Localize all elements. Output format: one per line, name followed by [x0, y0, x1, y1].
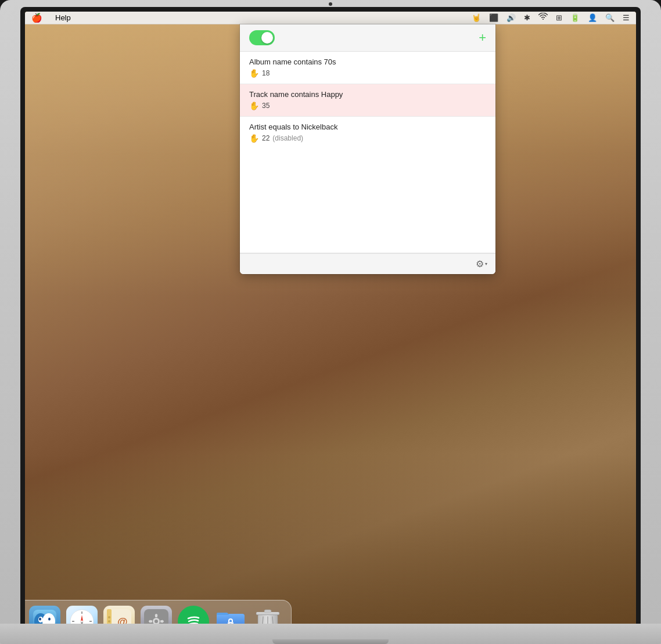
panel-header: + — [240, 24, 495, 52]
svg-point-3 — [39, 618, 41, 621]
macbook-frame: 🍎 Help 🤘 ⬛ 🔊 ✱ — [0, 0, 661, 644]
menubar: 🍎 Help 🤘 ⬛ 🔊 ✱ — [25, 12, 636, 24]
panel-empty-area — [240, 149, 495, 253]
rule-count-3: 22 — [262, 134, 270, 142]
svg-point-6 — [48, 618, 51, 621]
wifi-icon[interactable] — [537, 13, 549, 23]
rule-meta-3: ✋ 22 (disabled) — [249, 134, 486, 143]
screen-bezel: 🍎 Help 🤘 ⬛ 🔊 ✱ — [20, 7, 641, 644]
add-rule-button[interactable]: + — [479, 31, 486, 44]
enable-toggle[interactable] — [249, 30, 275, 45]
battery-icon[interactable]: 🔋 — [569, 13, 581, 22]
apple-menu[interactable]: 🍎 — [30, 13, 44, 23]
rule-item-1[interactable]: Album name contains 70s ✋ 18 — [240, 52, 495, 84]
rules-list: Album name contains 70s ✋ 18 Track name … — [240, 52, 495, 149]
rule-item-3[interactable]: Artist equals to Nickelback ✋ 22 (disabl… — [240, 117, 495, 149]
macbook-bottom-bar — [0, 624, 661, 644]
svg-point-20 — [108, 620, 110, 623]
gear-dropdown-arrow: ▾ — [485, 261, 487, 267]
popup-panel: + Album name contains 70s ✋ 18 Track — [240, 24, 495, 274]
menubar-right: 🤘 ⬛ 🔊 ✱ ⊞ 🔋 👤 🔍 — [470, 13, 631, 23]
macbook-hinge — [272, 639, 389, 644]
rule-meta-2: ✋ 35 — [249, 101, 486, 110]
notification-center-icon[interactable]: ☰ — [621, 13, 631, 22]
hand-stop-icon-1: ✋ — [249, 69, 259, 78]
rule-title-3: Artist equals to Nickelback — [249, 123, 486, 131]
menubar-left: 🍎 Help — [30, 13, 73, 23]
gear-settings-button[interactable]: ⚙ ▾ — [476, 258, 487, 269]
gear-icon: ⚙ — [476, 258, 484, 269]
help-menu[interactable]: Help — [53, 13, 73, 22]
spotlight-icon[interactable]: 🔍 — [603, 13, 616, 22]
bluetooth-icon[interactable]: ✱ — [522, 13, 532, 22]
rule-meta-1: ✋ 18 — [249, 69, 486, 78]
rule-count-2: 35 — [262, 102, 270, 110]
svg-rect-43 — [264, 610, 271, 613]
panel-footer: ⚙ ▾ — [240, 253, 495, 274]
hand-stop-icon-2: ✋ — [249, 101, 259, 110]
screen: 🍎 Help 🤘 ⬛ 🔊 ✱ — [25, 12, 636, 644]
rule-title-2: Track name contains Happy — [249, 90, 486, 99]
rule-disabled-label-3: (disabled) — [272, 134, 303, 142]
rule-item-2[interactable]: Track name contains Happy ✋ 35 — [240, 84, 495, 117]
rule-title-1: Album name contains 70s — [249, 57, 486, 66]
svg-point-19 — [108, 616, 110, 618]
keyboard-icon[interactable]: ⊞ — [554, 13, 564, 22]
hand-menu-icon[interactable]: 🤘 — [470, 13, 483, 22]
user-icon[interactable]: 👤 — [586, 13, 599, 22]
webcam — [329, 2, 332, 6]
hand-stop-icon-3: ✋ — [249, 134, 259, 143]
svg-point-24 — [155, 620, 158, 623]
rule-count-1: 18 — [262, 69, 270, 77]
airplay-icon[interactable]: ⬛ — [487, 13, 500, 22]
volume-icon[interactable]: 🔊 — [505, 13, 518, 22]
